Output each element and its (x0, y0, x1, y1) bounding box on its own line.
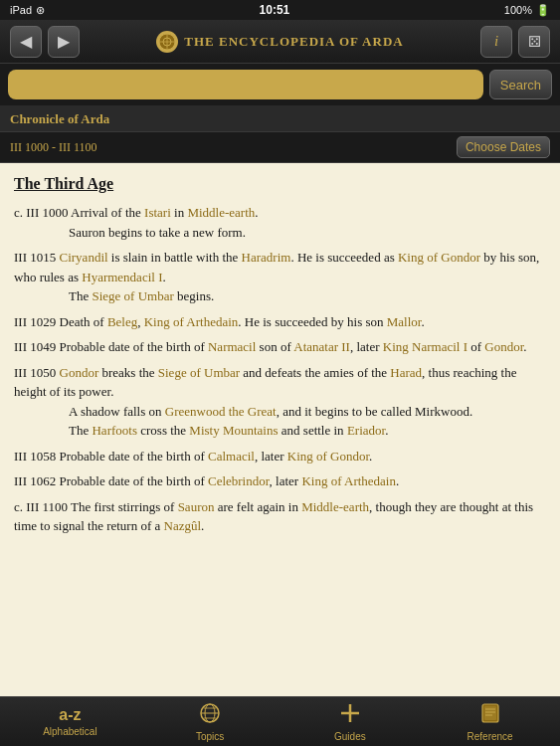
eriador-link[interactable]: Eriador (347, 423, 385, 438)
year-label: c. III 1000 (14, 205, 71, 220)
tab-topics-label: Topics (196, 731, 224, 742)
mallor-link[interactable]: Mallor (387, 314, 422, 329)
harfoots-link[interactable]: Harfoots (92, 423, 137, 438)
dice-button[interactable]: ⚄ (518, 26, 550, 58)
content-heading: The Third Age (14, 175, 546, 193)
wifi-icon: ⊛ (36, 4, 45, 17)
king-arthedain-link-2[interactable]: King of Arthedain (301, 473, 396, 488)
entry-1100: c. III 1100 The first stirrings of Sauro… (14, 497, 546, 536)
tab-alphabetical-label: Alphabetical (43, 726, 96, 737)
forward-button[interactable]: ▶ (48, 26, 80, 58)
search-input-wrap[interactable] (8, 70, 483, 99)
device-label: iPad (10, 4, 32, 16)
ciryandil-link[interactable]: Ciryandil (60, 250, 108, 265)
greenwood-link[interactable]: Greenwood the Great (165, 404, 277, 419)
info-button[interactable]: i (480, 26, 512, 58)
tab-guides-label: Guides (334, 731, 366, 742)
nav-buttons: ◀ ▶ (10, 26, 80, 58)
entry-1015: III 1015 Ciryandil is slain in battle wi… (14, 248, 546, 306)
alphabetical-icon: a-z (59, 706, 81, 724)
date-range-bar: III 1000 - III 1100 Choose Dates (0, 132, 560, 163)
harad-link[interactable]: Harad (390, 365, 422, 380)
misty-mountains-link[interactable]: Misty Mountains (189, 423, 278, 438)
info-icon: i (494, 33, 498, 50)
entry-continuation: Sauron begins to take a new form. (14, 223, 546, 243)
siege-umbar-link-1[interactable]: Siege of Umbar (92, 288, 173, 303)
king-gondor-link-1[interactable]: King of Gondor (398, 250, 480, 265)
siege-umbar-link-2[interactable]: Siege of Umbar (158, 365, 240, 380)
status-right: 100% 🔋 (504, 4, 550, 17)
tab-bar: a-z Alphabetical Topics Guides (0, 696, 560, 746)
chronicle-header: Chronicle of Arda (0, 105, 560, 132)
search-input[interactable] (16, 77, 475, 93)
guides-icon (339, 702, 361, 729)
battery-icon: 🔋 (536, 4, 550, 17)
beleg-link[interactable]: Beleg (107, 314, 137, 329)
main-content[interactable]: The Third Age c. III 1000 Arrival of the… (0, 163, 560, 702)
year-label: III 1062 (14, 473, 60, 488)
choose-dates-button[interactable]: Choose Dates (457, 136, 550, 158)
tab-guides[interactable]: Guides (280, 698, 421, 746)
tab-reference-label: Reference (467, 731, 513, 742)
gondor-link-1[interactable]: Gondor (484, 339, 523, 354)
atanatar-link[interactable]: Atanatar II (293, 339, 350, 354)
status-bar: iPad ⊛ 10:51 100% 🔋 (0, 0, 560, 20)
svg-rect-12 (484, 706, 496, 720)
status-time: 10:51 (260, 3, 290, 17)
entry-1029: III 1029 Death of Beleg, King of Artheda… (14, 312, 546, 332)
year-label: III 1058 (14, 449, 60, 464)
back-button[interactable]: ◀ (10, 26, 42, 58)
arda-icon (156, 31, 178, 53)
calmacil-link[interactable]: Calmacil (208, 449, 255, 464)
dice-icon: ⚄ (528, 33, 541, 51)
year-label: III 1049 (14, 339, 60, 354)
battery-label: 100% (504, 4, 532, 16)
entry-continuation: The Siege of Umbar begins. (14, 286, 546, 306)
entry-1049: III 1049 Probable date of the birth of N… (14, 337, 546, 357)
king-gondor-link-2[interactable]: King of Gondor (287, 449, 369, 464)
search-bar: Search (0, 64, 560, 105)
hyarmendacil-link[interactable]: Hyarmendacil I (82, 270, 162, 284)
tab-reference[interactable]: Reference (420, 698, 560, 746)
istari-link[interactable]: Istari (144, 205, 171, 220)
tab-alphabetical[interactable]: a-z Alphabetical (0, 702, 140, 741)
nav-bar: ◀ ▶ THE ENCYCLOPEDIA OF ARDA i ⚄ (0, 20, 560, 64)
entry-1062: III 1062 Probable date of the birth of C… (14, 471, 546, 491)
king-arthedain-link-1[interactable]: King of Arthedain (144, 314, 239, 329)
year-label: c. III 1100 (14, 499, 71, 514)
tab-topics[interactable]: Topics (140, 698, 280, 746)
middleearth-link-2[interactable]: Middle-earth (301, 499, 369, 514)
celebrindor-link[interactable]: Celebrindor (208, 473, 270, 488)
chronicle-title: Chronicle of Arda (10, 111, 109, 126)
narmacil-link[interactable]: Narmacil (208, 339, 256, 354)
year-label: III 1015 (14, 250, 60, 265)
entry-continuation-2: The Harfoots cross the Misty Mountains a… (14, 421, 546, 441)
king-narmacil-link[interactable]: King Narmacil I (383, 339, 467, 354)
entry-1050: III 1050 Gondor breaks the Siege of Umba… (14, 363, 546, 441)
status-left: iPad ⊛ (10, 4, 45, 17)
reference-icon (479, 702, 501, 729)
nav-title-text: THE ENCYCLOPEDIA OF ARDA (184, 34, 403, 50)
search-button[interactable]: Search (489, 70, 552, 99)
entry-1058: III 1058 Probable date of the birth of C… (14, 447, 546, 466)
date-range-text: III 1000 - III 1100 (10, 140, 97, 155)
nav-right: i ⚄ (480, 26, 550, 58)
year-label: III 1029 (14, 314, 60, 329)
gondor-link-2[interactable]: Gondor (60, 365, 99, 380)
entry-continuation-1: A shadow falls on Greenwood the Great, a… (14, 402, 546, 422)
nazgul-link[interactable]: Nazgûl (164, 518, 202, 533)
middleearth-link-1[interactable]: Middle-earth (187, 205, 255, 220)
entry-1000: c. III 1000 Arrival of the Istari in Mid… (14, 203, 546, 242)
nav-title: THE ENCYCLOPEDIA OF ARDA (80, 31, 480, 53)
topics-icon (199, 702, 221, 729)
year-label: III 1050 (14, 365, 60, 380)
haradrim-link[interactable]: Haradrim (242, 250, 291, 265)
sauron-link[interactable]: Sauron (178, 499, 215, 514)
